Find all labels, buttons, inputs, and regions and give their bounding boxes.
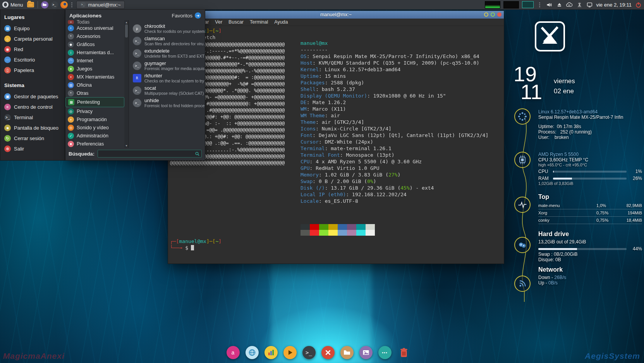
category-label: Pentesting (77, 99, 100, 105)
firefox-launcher[interactable] (60, 1, 68, 9)
app-item-clamscan[interactable]: >_clamscanScan files and directories for… (132, 35, 203, 47)
neofetch-line: DE: Mate 1.26.2 (301, 99, 488, 106)
updates-cloud-icon[interactable] (566, 1, 573, 8)
search-input[interactable] (98, 150, 202, 158)
category-icon: ✓ (68, 133, 74, 139)
category-mx-herramientas[interactable]: ×MX Herramientas (65, 73, 124, 81)
dock-item-image-viewer[interactable] (359, 346, 373, 359)
places-item-icon: ··· (4, 57, 11, 63)
dock-item-chart-app[interactable] (264, 346, 278, 359)
dock-item-media-player[interactable] (283, 346, 297, 359)
dock-item-file-manager[interactable] (340, 346, 354, 359)
dock-item-amberol[interactable]: a (227, 346, 240, 359)
panel-drag-handle[interactable] (71, 2, 72, 7)
menu-button[interactable]: Menu (0, 0, 26, 9)
app-name: guymager (144, 61, 205, 66)
volume-icon[interactable] (546, 1, 553, 8)
app-icon: >_ (133, 49, 141, 58)
conky-top-section: Top mate-menu1,0%82,9MiBXorg0,75%194MiBc… (538, 193, 642, 224)
terminal-titlebar[interactable]: manuel@mx:~ (168, 11, 504, 19)
category-herramientas-d-[interactable]: iHerramientas d... (65, 48, 124, 57)
category-administraci-n[interactable]: ✓Administración (65, 132, 124, 140)
category-icon: ● (68, 66, 74, 72)
category-pentesting[interactable]: ▦Pentesting (65, 97, 124, 107)
palette-swatch (310, 224, 319, 230)
terminal-body[interactable]: ┌─[manuel@mx]─[~] └──╼ $ neofetch @@@@@@… (168, 26, 504, 264)
app-item-guymager[interactable]: >_guymagerForensic imager for media acqu… (132, 60, 203, 72)
favorites-arrow-icon: ➜ (195, 12, 201, 19)
places-item-salir[interactable]: ⊗Salir (0, 144, 65, 154)
app-item-extundelete[interactable]: >_extundeleteUndelete file from EXT3 and… (132, 47, 203, 60)
file-manager-button[interactable] (27, 2, 34, 7)
app-description: Checks on the local system to try an... (144, 79, 205, 83)
minimize-button[interactable] (484, 12, 488, 17)
eject-icon[interactable] (556, 1, 563, 8)
category-otras[interactable]: *Otras (65, 89, 124, 97)
dock-item-terminal[interactable]: >_ (302, 346, 316, 359)
category-gr-ficos[interactable]: ◆Gráficos (65, 40, 124, 48)
places-item-pantalla-de-bloqueo[interactable]: ■Pantalla de bloqueo (0, 123, 65, 133)
application-list: pchkrootkitCheck for rootkits on your sy… (129, 20, 205, 148)
places-item-icon: ◉ (4, 46, 11, 53)
app-item-socat[interactable]: >_socatMultipurpose relay (SOcket CAT) (132, 84, 203, 97)
palette-swatch (356, 230, 366, 236)
category-todas[interactable]: ≡Todas (65, 20, 124, 24)
search-icon (195, 151, 200, 156)
places-item-cerrar-sesi-n[interactable]: ↻Cerrar sesión (0, 133, 65, 144)
category-accesorios[interactable]: *Accesorios (65, 32, 124, 40)
taskbar-window-button[interactable]: >_ manuel@mx:~ (76, 1, 125, 9)
net-graph-applet[interactable] (503, 1, 519, 9)
places-item-gestor-de-paquetes[interactable]: ▣Gestor de paquetes (0, 91, 65, 102)
network-signal-icon[interactable] (576, 1, 583, 8)
dock-item-browser[interactable] (246, 346, 259, 359)
category-internet[interactable]: ◠Internet (65, 57, 124, 65)
terminal-menu-ayuda[interactable]: Ayuda (271, 19, 290, 25)
files-launcher[interactable] (41, 1, 48, 9)
category-juegos[interactable]: ●Juegos (65, 65, 124, 73)
places-item-icon: ■ (4, 125, 11, 131)
scroll-down-icon[interactable]: ▼ (125, 144, 128, 147)
category-scrollbar[interactable]: ▲ ▼ (124, 20, 129, 148)
app-item-unhide[interactable]: >_unhideForensic tool to find hidden pro… (132, 97, 203, 109)
places-item-label: Escritorio (14, 57, 35, 63)
dock-item-mx-tools[interactable] (321, 346, 335, 359)
category-preferencias[interactable]: ■Preferencias (65, 140, 124, 148)
app-description: Scan files and directories for viruses (144, 41, 205, 46)
places-item-equipo[interactable]: ▦Equipo (0, 23, 65, 34)
scrollbar-thumb[interactable] (125, 24, 128, 38)
category-sonido-y-v-deo[interactable]: ◎Sonido y vídeo (65, 123, 124, 132)
tray-drag-handle[interactable] (539, 2, 540, 7)
workspace-switcher[interactable] (522, 1, 534, 8)
dock-item-trash[interactable] (397, 346, 410, 359)
places-item-terminal[interactable]: >_Terminal (0, 112, 65, 123)
panel-clock[interactable]: vie ene 2, 19:11 (596, 2, 632, 8)
cpu-graph-applet[interactable] (485, 1, 500, 9)
places-item-centro-de-control[interactable]: ≡Centro de control (0, 102, 65, 112)
places-item-carpeta-personal[interactable]: ⌂Carpeta personal (0, 34, 65, 44)
power-icon[interactable] (635, 1, 642, 8)
category-privacy[interactable]: ◎Privacy (65, 107, 124, 115)
places-item-papelera[interactable]: ▯Papelera (0, 65, 65, 75)
neofetch-line: Disk (/): 13.17 GiB / 29.36 GiB (45%) - … (301, 185, 488, 191)
category-acceso-universal[interactable]: +Acceso universal (65, 24, 124, 32)
places-item-escritorio[interactable]: ···Escritorio (0, 55, 65, 65)
category-oficina[interactable]: ▤Oficina (65, 81, 124, 89)
close-button[interactable] (497, 12, 501, 17)
terminal-launcher[interactable]: >_ (51, 1, 58, 9)
maximize-button[interactable] (491, 12, 495, 17)
wallpaper-signature-left: MagicmaAnexi (3, 351, 65, 361)
category-label: Administración (77, 133, 108, 139)
scroll-up-icon[interactable]: ▲ (125, 21, 128, 24)
display-icon[interactable] (586, 1, 593, 8)
category-programaci-n[interactable]: ◗Programación (65, 115, 124, 123)
app-item-rkhunter[interactable]: RrkhunterChecks on the local system to t… (132, 72, 203, 84)
terminal-menu-terminal[interactable]: Terminal (247, 19, 271, 25)
favorites-button[interactable]: Favoritos ➜ (172, 12, 201, 19)
chart-icon (267, 349, 275, 356)
app-item-chkrootkit[interactable]: pchkrootkitCheck for rootkits on your sy… (132, 22, 203, 35)
terminal-menu-ver[interactable]: Ver (212, 19, 225, 25)
terminal-menu-buscar[interactable]: Buscar (226, 19, 246, 25)
places-item-red[interactable]: ◉Red (0, 44, 65, 55)
dock-item-more-apps[interactable]: ••• (378, 346, 392, 359)
neofetch-line: Kernel: Linux 6.12.57+deb13-amd64 (301, 66, 488, 73)
